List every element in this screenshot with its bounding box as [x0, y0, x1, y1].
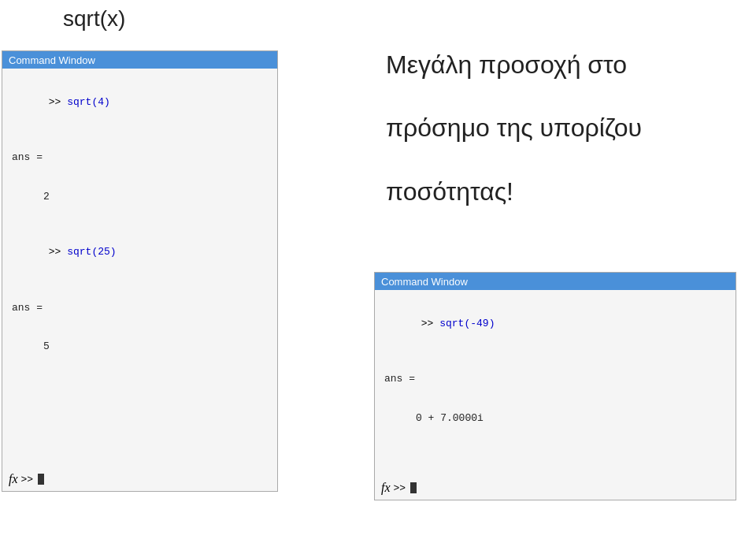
right-command-window-footer[interactable]: fx >> [381, 481, 417, 495]
right-prompt-1: >> [421, 318, 439, 329]
left-footer-prompt: >> [21, 474, 34, 485]
page-title: sqrt(x) [63, 6, 125, 32]
right-command-window-body[interactable]: >> sqrt(-49) ans = 0 + 7.0000i [375, 290, 736, 437]
fx-icon-right: fx [381, 481, 391, 495]
right-text-line3: ποσότητας! [386, 170, 642, 213]
left-cmd-result-2: 5 [43, 339, 268, 355]
right-cursor [410, 482, 417, 493]
right-cmd-spacer-2 [384, 391, 726, 407]
code-2: sqrt(25) [67, 246, 116, 258]
left-cmd-line-1: >> sqrt(4) [12, 78, 268, 127]
right-text-line1: Μεγάλη προσοχή στο [386, 43, 642, 86]
right-text-line2: πρόσημο της υπορίζου [386, 106, 642, 149]
left-cmd-spacer-3 [12, 209, 268, 225]
left-command-window: Command Window >> sqrt(4) ans = 2 >> sqr… [2, 50, 278, 492]
prompt-2: >> [49, 246, 67, 258]
left-cmd-ans-2: ans = [12, 300, 268, 317]
right-command-window-header: Command Window [375, 273, 736, 290]
left-cmd-spacer-5 [12, 319, 268, 336]
left-command-window-header: Command Window [2, 51, 277, 69]
left-cmd-result-1: 2 [43, 189, 268, 206]
left-cmd-spacer-2 [12, 169, 268, 186]
right-cmd-ans-1: ans = [384, 371, 726, 388]
right-cmd-line-1: >> sqrt(-49) [384, 299, 726, 348]
right-explanation-text: Μεγάλη προσοχή στο πρόσημο της υπορίζου … [386, 43, 642, 213]
left-command-window-body[interactable]: >> sqrt(4) ans = 2 >> sqrt(25) ans = 5 [2, 69, 277, 365]
right-command-window: Command Window >> sqrt(-49) ans = 0 + 7.… [374, 272, 736, 500]
left-cmd-spacer-4 [12, 281, 268, 297]
left-cmd-spacer-1 [12, 130, 268, 147]
left-command-window-footer[interactable]: fx >> [9, 472, 44, 486]
left-cmd-line-2: >> sqrt(25) [12, 228, 268, 277]
right-cmd-result-1: 0 + 7.0000i [416, 411, 726, 427]
fx-icon-left: fx [9, 472, 18, 486]
prompt-1: >> [49, 96, 67, 108]
left-cmd-ans-1: ans = [12, 150, 268, 166]
right-footer-prompt: >> [394, 482, 406, 494]
right-cmd-spacer-1 [384, 351, 726, 368]
code-1: sqrt(4) [67, 96, 110, 108]
left-cursor [38, 474, 44, 485]
right-code-1: sqrt(-49) [439, 318, 495, 329]
